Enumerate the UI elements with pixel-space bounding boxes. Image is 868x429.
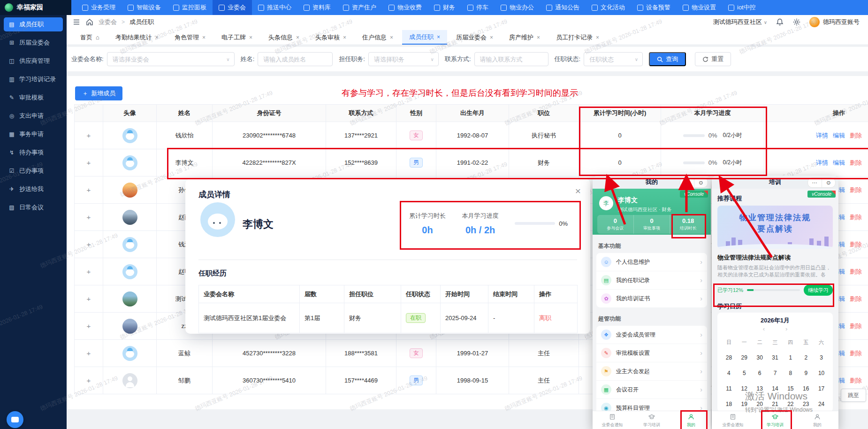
filter-input[interactable] — [258, 52, 333, 66]
calendar-day[interactable]: 29 — [737, 354, 752, 361]
tab-历届业委会[interactable]: 历届业委会× — [449, 30, 500, 45]
action-删除[interactable]: 删除 — [850, 213, 862, 222]
action-详情[interactable]: 详情 — [816, 159, 828, 167]
calendar-day[interactable]: 3 — [814, 354, 829, 361]
action-删除[interactable]: 删除 — [850, 349, 862, 358]
app-tab-推送中心[interactable]: 推送中心 — [252, 0, 297, 15]
modal-close-icon[interactable]: × — [575, 185, 581, 197]
filter-select[interactable]: ∨ — [584, 52, 643, 66]
phone1-nav-学习培训[interactable]: 学习培训 — [632, 411, 671, 429]
calendar-next-icon[interactable]: › — [785, 326, 787, 332]
calendar-day[interactable]: 23 — [798, 401, 814, 407]
calendar-day[interactable]: 13 — [752, 385, 768, 392]
calendar-day[interactable]: 30 — [752, 354, 768, 361]
action-详情[interactable]: 详情 — [816, 131, 828, 140]
settings-gear-icon[interactable] — [792, 18, 801, 26]
menu-item-个人信息维护[interactable]: ☺个人信息维护› — [596, 253, 707, 271]
filter-select[interactable]: ∨ — [368, 52, 439, 66]
tab-住户信息[interactable]: 住户信息× — [355, 30, 400, 45]
menu-item-会议召开[interactable]: ▦会议召开› — [596, 381, 707, 399]
calendar-day[interactable]: 4 — [721, 370, 737, 376]
tab-close-icon[interactable]: × — [296, 34, 299, 41]
action-删除[interactable]: 删除 — [850, 295, 862, 303]
calendar-day[interactable]: 16 — [798, 385, 814, 392]
action-删除[interactable]: 删除 — [850, 376, 862, 385]
menu-item-业委会成员管理[interactable]: ❖业委会成员管理› — [596, 326, 707, 344]
app-tab-资产住户[interactable]: 资产住户 — [337, 0, 382, 15]
sidebar-item-事务申请[interactable]: ▦事务申请 — [4, 127, 63, 141]
calendar-day[interactable]: 8 — [783, 370, 798, 376]
menu-item-预算科目管理[interactable]: ◉预算科目管理› — [596, 399, 707, 411]
calendar-day[interactable]: 7 — [768, 370, 783, 376]
action-删除[interactable]: 删除 — [850, 322, 862, 330]
add-member-button[interactable]: ＋ 新增成员 — [75, 86, 122, 100]
tab-角色管理[interactable]: 角色管理× — [168, 30, 213, 45]
app-tab-iot中控[interactable]: iot中控 — [722, 0, 762, 15]
phone1-nav-业委会通知[interactable]: 业委会通知 — [593, 411, 632, 429]
app-tab-业委会[interactable]: 业委会 — [213, 0, 252, 15]
calendar-day[interactable]: 10 — [814, 370, 829, 376]
sidebar-item-供应商管理[interactable]: ◫供应商管理 — [4, 54, 63, 68]
app-tab-物业办公[interactable]: 物业办公 — [495, 0, 540, 15]
home-icon[interactable] — [85, 18, 94, 26]
jump-to-button[interactable]: 跳至 — [841, 389, 866, 402]
action-编辑[interactable]: 编辑 — [833, 131, 845, 140]
notification-bell-icon[interactable] — [776, 18, 784, 26]
tab-close-icon[interactable]: × — [437, 34, 440, 40]
phone2-nav-我的[interactable]: 我的 — [796, 411, 838, 429]
breadcrumb-root[interactable]: 业委会 — [99, 18, 117, 26]
action-删除[interactable]: 删除 — [850, 131, 862, 140]
tab-close-icon[interactable]: × — [343, 34, 346, 41]
tab-close-icon[interactable]: × — [490, 34, 493, 41]
calendar-day[interactable]: 21 — [768, 401, 783, 407]
calendar-day[interactable]: 22 — [783, 401, 798, 407]
calendar-day[interactable]: 15 — [783, 385, 798, 392]
expand-row-button[interactable]: + — [87, 213, 91, 221]
tab-考勤结果统计[interactable]: 考勤结果统计× — [108, 30, 166, 45]
calendar-day[interactable]: 19 — [737, 401, 752, 407]
action-删除[interactable]: 删除 — [850, 268, 862, 276]
sidebar-item-抄送给我[interactable]: ✈抄送给我 — [4, 182, 63, 196]
phone1-capsule-button[interactable]: ⋯⊙ — [680, 177, 708, 188]
community-select[interactable]: 测试德玛西亚社区 ∨ — [713, 18, 767, 26]
expand-row-button[interactable]: + — [87, 131, 91, 139]
calendar-day[interactable]: 24 — [814, 401, 829, 407]
filter-input-field[interactable] — [588, 55, 633, 63]
menu-item-业主大会发起[interactable]: ⚑业主大会发起› — [596, 362, 707, 381]
phone1-stat-参与会议[interactable]: 0参与会议 — [597, 215, 634, 234]
phone1-nav-我的[interactable]: 我的 — [671, 411, 711, 429]
sidebar-item-支出申请[interactable]: ◎支出申请 — [4, 109, 63, 123]
filter-input-field[interactable] — [112, 55, 225, 63]
action-删除[interactable]: 删除 — [850, 159, 862, 167]
collapse-menu-icon[interactable] — [72, 18, 81, 26]
filter-input-field[interactable] — [262, 55, 328, 63]
menu-item-我的任职记录[interactable]: ▤我的任职记录› — [596, 271, 707, 290]
calendar-day[interactable]: 18 — [721, 401, 737, 407]
app-tab-物业设置[interactable]: 物业设置 — [677, 0, 722, 15]
tab-房产维护[interactable]: 房产维护× — [502, 30, 547, 45]
course-banner[interactable]: 物业管理法律法规要点解读 — [717, 206, 833, 249]
app-tab-通知公告[interactable]: 通知公告 — [540, 0, 586, 15]
tab-头条信息[interactable]: 头条信息× — [261, 30, 306, 45]
tab-close-icon[interactable]: × — [537, 34, 540, 41]
calendar-day[interactable]: 2 — [798, 354, 814, 361]
calendar-day[interactable]: 9 — [798, 370, 814, 376]
tab-首页[interactable]: 首页⌂ — [73, 30, 107, 45]
tab-头条审核[interactable]: 头条审核× — [308, 30, 353, 45]
app-tab-文化活动[interactable]: 文化活动 — [586, 0, 631, 15]
tab-close-icon[interactable]: × — [155, 34, 159, 41]
expand-row-button[interactable]: + — [87, 295, 91, 303]
sidebar-item-历届业委会[interactable]: ⊞历届业委会 — [4, 36, 63, 50]
quit-action-link[interactable]: 离职 — [539, 313, 551, 323]
expand-row-button[interactable]: + — [87, 376, 91, 384]
app-tab-停车[interactable]: 停车 — [461, 0, 495, 15]
filter-select[interactable]: ∨ — [107, 52, 235, 66]
phone2-nav-业委会通知[interactable]: 业委会通知 — [712, 411, 754, 429]
app-tab-业务受理[interactable]: 业务受理 — [76, 0, 122, 15]
tab-员工打卡记录[interactable]: 员工打卡记录× — [549, 30, 606, 45]
search-button[interactable]: 查询 — [649, 52, 686, 66]
tab-close-icon[interactable]: × — [596, 34, 599, 41]
app-tab-财务[interactable]: 财务 — [428, 0, 461, 15]
expand-row-button[interactable]: + — [87, 159, 91, 167]
app-tab-设备预警[interactable]: 设备预警 — [631, 0, 677, 15]
